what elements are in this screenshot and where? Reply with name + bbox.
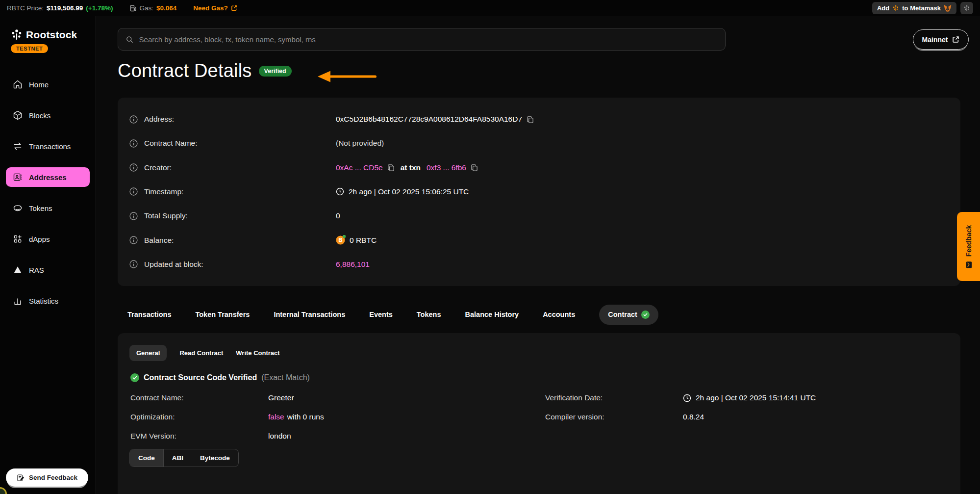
- tab-contract-label: Contract: [608, 311, 637, 318]
- creator-address-link[interactable]: 0xAc ... CD5e: [336, 163, 383, 172]
- compiler-version-value: 0.8.24: [683, 413, 949, 421]
- check-circle-icon: [130, 373, 139, 382]
- detail-row-timestamp: Timestamp: 2h ago | Oct 02 2025 15:06:25…: [129, 186, 949, 197]
- tab-token-transfers[interactable]: Token Transfers: [195, 311, 250, 318]
- sidebar-item-label: Home: [29, 80, 49, 89]
- detail-label: Updated at block:: [144, 260, 203, 269]
- sidebar-item-label: Addresses: [29, 173, 67, 182]
- segment-code[interactable]: Code: [130, 449, 164, 467]
- brand-name: Rootstock: [26, 29, 77, 41]
- rootstock-flower-icon: [11, 29, 23, 41]
- copy-icon[interactable]: [471, 164, 478, 171]
- sidebar-nav: Home Blocks Transactions Addresses Token…: [0, 75, 96, 311]
- updated-block-link[interactable]: 6,886,101: [336, 260, 370, 269]
- rbtc-coin-icon: B: [336, 235, 345, 245]
- sidebar-item-tokens[interactable]: Tokens: [6, 198, 90, 218]
- top-status-bar: RBTC Price: $119,506.99 (+1.78%) Gas: $0…: [0, 0, 980, 16]
- sidebar-item-label: Transactions: [29, 142, 71, 151]
- detail-label: Timestamp:: [144, 187, 183, 196]
- detail-label: Balance:: [144, 236, 174, 245]
- tab-general[interactable]: General: [129, 345, 167, 361]
- exact-match-text: (Exact Match): [261, 373, 310, 382]
- need-gas-link[interactable]: Need Gas?: [193, 4, 228, 12]
- verification-date-value: 2h ago | Oct 02 2025 15:14:41 UTC: [683, 393, 949, 402]
- feedback-tab-inner: Feedback: [965, 225, 973, 268]
- info-icon: [129, 139, 138, 148]
- send-feedback-button[interactable]: Send Feedback: [6, 468, 88, 487]
- detail-label: Contract Name:: [144, 139, 198, 148]
- sidebar-item-dapps[interactable]: dApps: [6, 229, 90, 249]
- page-header: Contract Details Verified: [118, 60, 292, 81]
- clock-icon: [683, 394, 691, 402]
- tab-events[interactable]: Events: [369, 311, 393, 318]
- contract-name-value: (Not provided): [336, 139, 384, 148]
- rootstock-flower-button[interactable]: [960, 2, 973, 14]
- page-title: Contract Details: [118, 60, 252, 81]
- info-icon: [129, 212, 138, 220]
- top-bar-actions: Add to Metamask: [872, 2, 973, 14]
- metamask-fox-icon: [944, 4, 952, 12]
- copy-icon[interactable]: [387, 164, 395, 171]
- main-content: Mainnet Contract Details Verified Addres…: [96, 16, 980, 494]
- brand-logo[interactable]: Rootstock: [11, 29, 96, 41]
- info-icon: [129, 260, 138, 268]
- triangle-icon: [13, 265, 23, 275]
- info-icon: [129, 236, 138, 244]
- copy-icon[interactable]: [527, 116, 534, 123]
- source-verified-line: Contract Source Code Verified (Exact Mat…: [130, 373, 949, 382]
- network-badge: TESTNET: [11, 44, 48, 53]
- sidebar-item-label: Tokens: [29, 204, 52, 212]
- segment-bytecode[interactable]: Bytecode: [192, 449, 238, 467]
- feedback-envelope-icon: [965, 261, 972, 268]
- gas-label: Gas:: [140, 4, 154, 12]
- add-to-metamask-button[interactable]: Add to Metamask: [872, 2, 956, 14]
- home-icon: [13, 79, 23, 89]
- sidebar-item-statistics[interactable]: Statistics: [6, 291, 90, 311]
- sidebar-item-label: Blocks: [29, 111, 50, 120]
- swap-arrows-icon: [13, 141, 23, 151]
- tab-read-contract[interactable]: Read Contract: [179, 345, 223, 361]
- compiler-version-label: Compiler version:: [545, 413, 683, 421]
- sidebar-item-label: Statistics: [29, 297, 58, 305]
- coin-icon: [13, 203, 23, 213]
- rootstock-flower-icon: [963, 5, 970, 12]
- optimization-runs: with 0 runs: [287, 413, 324, 421]
- search-icon: [126, 35, 134, 44]
- address-tabs: Transactions Token Transfers Internal Tr…: [127, 303, 658, 326]
- at-txn-label: at txn: [401, 163, 421, 172]
- detail-row-balance: Balance: B 0 RBTC: [129, 235, 949, 246]
- balance-value: 0 RBTC: [350, 236, 377, 245]
- timestamp-value: 2h ago | Oct 02 2025 15:06:25 UTC: [349, 187, 469, 196]
- mainnet-button[interactable]: Mainnet: [913, 29, 969, 50]
- sidebar-item-ras[interactable]: RAS: [6, 260, 90, 280]
- search-input[interactable]: [139, 35, 718, 44]
- creation-txn-link[interactable]: 0xf3 ... 6fb6: [427, 163, 466, 172]
- send-feedback-label: Send Feedback: [29, 474, 77, 481]
- annotation-arrow-icon: [318, 70, 377, 83]
- tab-accounts[interactable]: Accounts: [543, 311, 575, 318]
- tab-balance-history[interactable]: Balance History: [465, 311, 519, 318]
- svg-text:B: B: [339, 237, 343, 243]
- total-supply-value: 0: [336, 211, 340, 220]
- rootstock-flower-icon: [892, 5, 899, 12]
- sidebar-item-blocks[interactable]: Blocks: [6, 105, 90, 125]
- rbtc-price-label: RBTC Price:: [7, 4, 44, 12]
- tab-tokens[interactable]: Tokens: [417, 311, 441, 318]
- code-view-switch: Code ABI Bytecode: [129, 449, 239, 467]
- search-bar[interactable]: [118, 28, 726, 51]
- source-verified-text: Contract Source Code Verified: [144, 373, 257, 382]
- sidebar-item-addresses[interactable]: Addresses: [6, 167, 90, 187]
- check-circle-icon: [641, 311, 650, 319]
- tab-internal-transactions[interactable]: Internal Transactions: [274, 311, 345, 318]
- tab-transactions[interactable]: Transactions: [127, 311, 171, 318]
- feedback-side-tab[interactable]: Feedback: [957, 212, 980, 281]
- gas-pump-icon: [130, 4, 137, 12]
- tab-write-contract[interactable]: Write Contract: [236, 345, 279, 361]
- sidebar-item-home[interactable]: Home: [6, 75, 90, 94]
- tab-contract[interactable]: Contract: [599, 305, 658, 325]
- sidebar-item-label: dApps: [29, 235, 50, 243]
- sidebar-item-transactions[interactable]: Transactions: [6, 136, 90, 156]
- segment-abi[interactable]: ABI: [164, 449, 192, 467]
- external-link-icon[interactable]: [231, 5, 237, 11]
- bar-chart-icon: [13, 296, 23, 306]
